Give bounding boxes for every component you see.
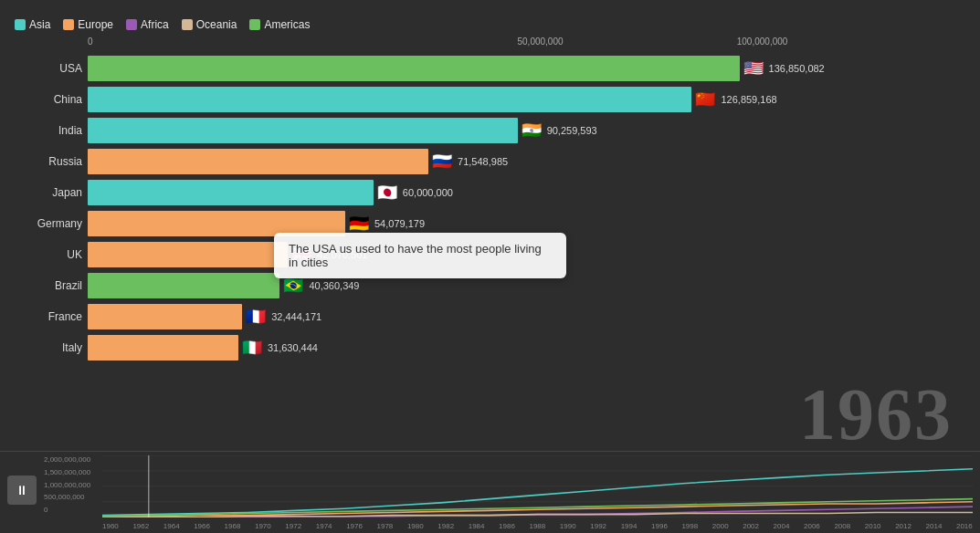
timeline-x-label: 1988 — [529, 522, 545, 530]
flag-usa: 🇺🇸 — [742, 57, 765, 80]
timeline-x-label: 1964 — [163, 522, 180, 530]
bar-row-italy: Italy🇮🇹31,630,444 — [88, 332, 965, 362]
bar-label-japan: Japan — [13, 186, 82, 199]
timeline-x-label: 1962 — [132, 522, 149, 530]
legend-item-europe[interactable]: Europe — [63, 18, 113, 31]
bar-row-india: India🇮🇳90,259,593 — [88, 115, 965, 145]
bar-label-brazil: Brazil — [13, 279, 82, 292]
bar-label-china: China — [13, 93, 82, 106]
timeline-x-label: 1970 — [255, 522, 271, 530]
bar-value-japan: 60,000,000 — [403, 187, 453, 198]
legend-item-asia[interactable]: Asia — [15, 18, 50, 31]
timeline-x-label: 2016 — [956, 522, 973, 530]
header — [0, 0, 980, 15]
bar-label-germany: Germany — [13, 217, 82, 230]
bar-label-usa: USA — [13, 62, 82, 75]
timeline-area: ⏸ 2,000,000,0001,500,000,0001,000,000,00… — [0, 451, 980, 533]
flag-russia: 🇷🇺 — [430, 150, 454, 173]
bar-fill-germany: 🇩🇪54,079,179 — [88, 211, 345, 236]
legend-label-europe: Europe — [78, 18, 113, 31]
bar-label-india: India — [13, 124, 82, 137]
bar-row-russia: Russia🇷🇺71,548,985 — [88, 146, 965, 176]
timeline-x-label: 1972 — [285, 522, 301, 530]
bar-fill-japan: 🇯🇵60,000,000 — [88, 180, 374, 205]
timeline-x-label: 1968 — [225, 522, 241, 530]
timeline-x-label: 1984 — [469, 522, 485, 530]
bar-row-japan: Japan🇯🇵60,000,000 — [88, 177, 965, 207]
legend-color-europe — [63, 19, 74, 30]
timeline-x-label: 1966 — [194, 522, 210, 530]
legend: AsiaEuropeAfricaOceaniaAmericas — [0, 15, 980, 33]
timeline-x-label: 1974 — [316, 522, 332, 530]
bar-label-russia: Russia — [13, 155, 82, 168]
timeline-y-label: 1,000,000,000 — [44, 481, 100, 489]
bar-fill-russia: 🇷🇺71,548,985 — [88, 149, 428, 174]
play-pause-icon: ⏸ — [16, 483, 28, 497]
bar-value-uk: 42,070,501 — [317, 249, 367, 260]
timeline-x-label: 2000 — [712, 522, 729, 530]
play-pause-button[interactable]: ⏸ — [7, 476, 37, 505]
bar-label-uk: UK — [13, 248, 82, 261]
timeline-x-label: 2014 — [926, 522, 943, 530]
axis-label-50m: 50,000,000 — [518, 37, 564, 47]
bar-row-germany: Germany🇩🇪54,079,179 — [88, 208, 965, 238]
bar-label-italy: Italy — [13, 341, 82, 354]
bar-fill-usa: 🇺🇸136,850,082 — [88, 56, 740, 81]
legend-color-africa — [126, 19, 137, 30]
flag-germany: 🇩🇪 — [347, 212, 371, 235]
bar-fill-france: 🇫🇷32,444,171 — [88, 304, 242, 329]
timeline-x-label: 1996 — [651, 522, 668, 530]
legend-color-oceania — [182, 19, 193, 30]
timeline-x-label: 2012 — [895, 522, 912, 530]
year-display: 1963 — [799, 378, 953, 451]
legend-color-americas — [249, 19, 260, 30]
timeline-x-label: 2006 — [804, 522, 820, 530]
timeline-y-label: 0 — [44, 506, 100, 514]
timeline-x-label: 2008 — [834, 522, 850, 530]
flag-india: 🇮🇳 — [520, 119, 543, 142]
timeline-x-label: 1986 — [499, 522, 515, 530]
legend-label-asia: Asia — [29, 18, 50, 31]
bar-label-france: France — [13, 310, 82, 323]
legend-color-asia — [15, 19, 26, 30]
bar-value-india: 90,259,593 — [547, 125, 597, 136]
bar-value-germany: 54,079,179 — [374, 218, 425, 229]
timeline-x-label: 2002 — [743, 522, 759, 530]
bar-row-uk: UK🇬🇧42,070,501 — [88, 239, 965, 269]
timeline-y-label: 500,000,000 — [44, 493, 100, 501]
timeline-x-label: 1980 — [407, 522, 424, 530]
flag-france: 🇫🇷 — [244, 305, 268, 329]
legend-label-africa: Africa — [141, 18, 169, 31]
bar-fill-china: 🇨🇳126,859,168 — [88, 87, 691, 112]
bar-row-france: France🇫🇷32,444,171 — [88, 301, 965, 331]
timeline-x-label: 1982 — [437, 522, 454, 530]
bar-value-france: 32,444,171 — [271, 311, 321, 322]
timeline-x-label: 1994 — [621, 522, 638, 530]
timeline-x-label: 1976 — [346, 522, 363, 530]
flag-japan: 🇯🇵 — [375, 181, 399, 204]
legend-item-africa[interactable]: Africa — [126, 18, 169, 31]
legend-item-americas[interactable]: Americas — [249, 18, 310, 31]
timeline-y-label: 2,000,000,000 — [44, 455, 100, 464]
legend-item-oceania[interactable]: Oceania — [182, 18, 237, 31]
timeline-x-label: 1960 — [102, 522, 119, 530]
bar-row-usa: USA🇺🇸136,850,082 — [88, 53, 965, 83]
legend-label-americas: Americas — [264, 18, 310, 31]
bar-value-usa: 136,850,082 — [769, 63, 825, 74]
chart-area: 0 50,000,000 100,000,000 USA🇺🇸136,850,08… — [0, 33, 980, 362]
bar-fill-uk: 🇬🇧42,070,501 — [88, 242, 288, 267]
bar-value-italy: 31,630,444 — [268, 342, 318, 353]
axis-label-0: 0 — [88, 37, 93, 47]
legend-label-oceania: Oceania — [196, 18, 237, 31]
timeline-x-label: 1990 — [560, 522, 576, 530]
timeline-x-label: 2010 — [865, 522, 881, 530]
timeline-x-label: 1998 — [681, 522, 698, 530]
bar-fill-italy: 🇮🇹31,630,444 — [88, 335, 238, 361]
bar-row-brazil: Brazil🇧🇷40,360,349 — [88, 270, 965, 300]
timeline-x-label: 2004 — [774, 522, 790, 530]
flag-china: 🇨🇳 — [693, 88, 717, 111]
bar-value-russia: 71,548,985 — [458, 156, 508, 167]
axis-label-100m: 100,000,000 — [737, 37, 788, 47]
bar-value-china: 126,859,168 — [721, 94, 776, 105]
timeline-x-label: 1978 — [377, 522, 394, 530]
